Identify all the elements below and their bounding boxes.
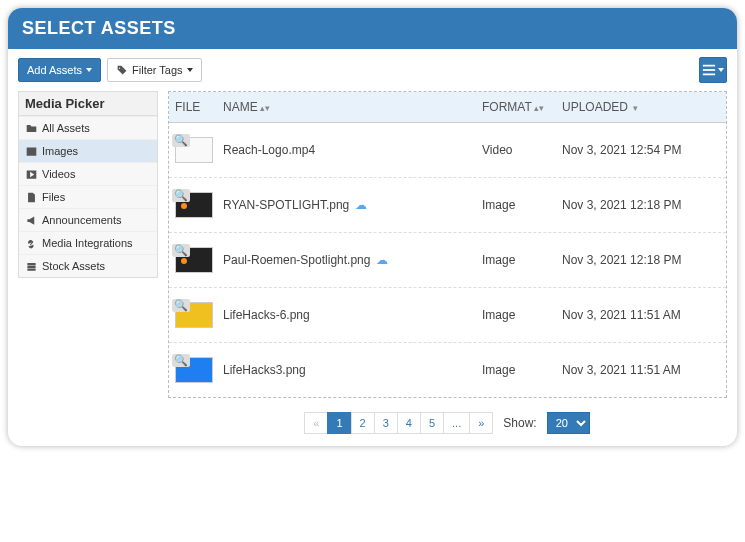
svg-rect-0 <box>703 65 715 67</box>
sidebar-item-images[interactable]: Images <box>19 139 157 162</box>
play-icon <box>25 168 37 180</box>
column-uploaded[interactable]: UPLOADED ▾ <box>556 92 726 122</box>
list-icon <box>702 63 716 77</box>
cell-format: Image <box>476 245 556 275</box>
magnify-icon: 🔍 <box>172 189 190 202</box>
toolbar: Add Assets Filter Tags <box>8 49 737 91</box>
cell-uploaded: Nov 3, 2021 12:18 PM <box>556 245 726 275</box>
thumbnail[interactable]: 🔍 <box>175 357 213 383</box>
cell-uploaded: Nov 3, 2021 11:51 AM <box>556 300 726 330</box>
link-icon <box>25 237 37 249</box>
table-header-row: FILE NAME▴▾ FORMAT▴▾ UPLOADED ▾ <box>169 92 726 123</box>
sidebar-item-stock-assets[interactable]: Stock Assets <box>19 254 157 277</box>
sidebar-item-label: Stock Assets <box>42 260 105 272</box>
sort-icon: ▴▾ <box>534 103 544 113</box>
cell-uploaded: Nov 3, 2021 12:18 PM <box>556 190 726 220</box>
sidebar-item-label: All Assets <box>42 122 90 134</box>
column-file[interactable]: FILE <box>169 92 217 122</box>
sidebar-item-announcements[interactable]: Announcements <box>19 208 157 231</box>
page-5[interactable]: 5 <box>420 412 444 434</box>
table-row[interactable]: 🔍Paul-Roemen-Spotlight.png☁ImageNov 3, 2… <box>169 233 726 288</box>
magnify-icon: 🔍 <box>172 354 190 367</box>
megaphone-icon <box>25 214 37 226</box>
pagination: «12345...» <box>305 412 493 434</box>
cell-format: Image <box>476 355 556 385</box>
filter-tags-label: Filter Tags <box>132 64 183 76</box>
sidebar-item-label: Files <box>42 191 65 203</box>
cell-uploaded: Nov 3, 2021 11:51 AM <box>556 355 726 385</box>
cell-format: Image <box>476 190 556 220</box>
svg-rect-2 <box>703 74 715 76</box>
sidebar-item-label: Announcements <box>42 214 122 226</box>
page-size-select[interactable]: 20 <box>547 412 590 434</box>
magnify-icon: 🔍 <box>172 244 190 257</box>
tag-icon <box>116 64 128 76</box>
cell-name: LifeHacks3.png <box>217 355 476 385</box>
column-format[interactable]: FORMAT▴▾ <box>476 92 556 122</box>
view-toggle-button[interactable] <box>699 57 727 83</box>
page-prev[interactable]: « <box>304 412 328 434</box>
chevron-down-icon <box>718 68 724 72</box>
sidebar-item-label: Images <box>42 145 78 157</box>
add-assets-button[interactable]: Add Assets <box>18 58 101 82</box>
sort-desc-icon: ▾ <box>630 103 638 113</box>
sidebar-item-label: Media Integrations <box>42 237 133 249</box>
dialog-title: SELECT ASSETS <box>8 8 737 49</box>
svg-rect-1 <box>703 69 715 71</box>
page-next[interactable]: » <box>469 412 493 434</box>
cell-name: Paul-Roemen-Spotlight.png☁ <box>217 245 476 275</box>
thumbnail[interactable]: 🔍 <box>175 247 213 273</box>
chevron-down-icon <box>86 68 92 72</box>
page-2[interactable]: 2 <box>351 412 375 434</box>
chevron-down-icon <box>187 68 193 72</box>
thumbnail[interactable]: 🔍 <box>175 137 213 163</box>
page-1[interactable]: 1 <box>327 412 351 434</box>
table-row[interactable]: 🔍LifeHacks-6.pngImageNov 3, 2021 11:51 A… <box>169 288 726 343</box>
sidebar-item-videos[interactable]: Videos <box>19 162 157 185</box>
cell-format: Image <box>476 300 556 330</box>
asset-list: FILE NAME▴▾ FORMAT▴▾ UPLOADED ▾ 🔍Reach-L… <box>168 91 727 442</box>
pagination-bar: «12345...» Show: 20 <box>168 398 727 442</box>
thumbnail[interactable]: 🔍 <box>175 192 213 218</box>
cell-name: Reach-Logo.mp4 <box>217 135 476 165</box>
image-icon <box>25 145 37 157</box>
column-name[interactable]: NAME▴▾ <box>217 92 476 122</box>
cell-name: LifeHacks-6.png <box>217 300 476 330</box>
magnify-icon: 🔍 <box>172 299 190 312</box>
page-4[interactable]: 4 <box>397 412 421 434</box>
sidebar-item-label: Videos <box>42 168 75 180</box>
cell-uploaded: Nov 3, 2021 12:54 PM <box>556 135 726 165</box>
table-row[interactable]: 🔍Reach-Logo.mp4VideoNov 3, 2021 12:54 PM <box>169 123 726 178</box>
file-icon <box>25 191 37 203</box>
media-picker-sidebar: Media Picker All AssetsImagesVideosFiles… <box>18 91 158 278</box>
stack-icon <box>25 260 37 272</box>
thumbnail[interactable]: 🔍 <box>175 302 213 328</box>
cell-name: RYAN-SPOTLIGHT.png☁ <box>217 190 476 220</box>
cloud-icon: ☁ <box>355 198 367 212</box>
sidebar-title: Media Picker <box>19 92 157 116</box>
cloud-icon: ☁ <box>376 253 388 267</box>
add-assets-label: Add Assets <box>27 64 82 76</box>
select-assets-dialog: SELECT ASSETS Add Assets Filter Tags Med… <box>8 8 737 446</box>
sidebar-item-media-integrations[interactable]: Media Integrations <box>19 231 157 254</box>
cell-format: Video <box>476 135 556 165</box>
filter-tags-button[interactable]: Filter Tags <box>107 58 202 82</box>
magnify-icon: 🔍 <box>172 134 190 147</box>
page-...[interactable]: ... <box>443 412 470 434</box>
sidebar-item-files[interactable]: Files <box>19 185 157 208</box>
sort-icon: ▴▾ <box>260 103 270 113</box>
sidebar-item-all-assets[interactable]: All Assets <box>19 116 157 139</box>
table-row[interactable]: 🔍RYAN-SPOTLIGHT.png☁ImageNov 3, 2021 12:… <box>169 178 726 233</box>
show-label: Show: <box>503 416 536 430</box>
page-3[interactable]: 3 <box>374 412 398 434</box>
table-row[interactable]: 🔍LifeHacks3.pngImageNov 3, 2021 11:51 AM <box>169 343 726 397</box>
folder-icon <box>25 122 37 134</box>
